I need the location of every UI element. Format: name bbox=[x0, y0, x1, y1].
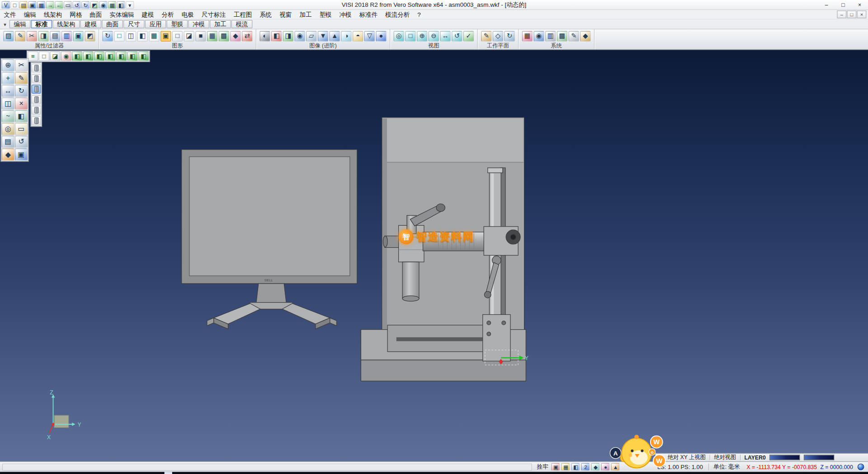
document-minimize-button[interactable]: – bbox=[837, 10, 846, 18]
tab-edit[interactable]: 编辑 bbox=[9, 20, 31, 28]
pan-view-icon[interactable]: ↔ bbox=[440, 31, 450, 41]
export-icon[interactable]: ← bbox=[55, 1, 63, 9]
view-top-icon[interactable]: ◧ bbox=[83, 52, 94, 61]
curve-icon[interactable]: ~ bbox=[2, 110, 14, 123]
filter-cut-icon[interactable]: ✂ bbox=[27, 31, 37, 41]
menu-system[interactable]: 系统 bbox=[256, 10, 276, 19]
status-assembly-icon[interactable]: ▲ bbox=[611, 463, 619, 471]
filter-layer-icon[interactable]: ▤ bbox=[50, 31, 60, 41]
filter-slot-4[interactable] bbox=[32, 95, 41, 104]
view-origin-icon[interactable]: ◉ bbox=[61, 52, 71, 61]
print-icon[interactable]: ▭ bbox=[64, 1, 72, 9]
tab-dimension[interactable]: 尺寸 bbox=[123, 20, 145, 28]
viewport-2-icon[interactable]: ◫ bbox=[126, 31, 136, 41]
annotation-pencil-icon[interactable]: ✎ bbox=[569, 31, 579, 41]
filter-slot-3[interactable] bbox=[32, 85, 41, 94]
fixture-model[interactable] bbox=[361, 118, 526, 381]
menu-standard-parts[interactable]: 标准件 bbox=[355, 10, 382, 19]
new-document-icon[interactable]: □ bbox=[10, 1, 19, 9]
attribute-edit-icon[interactable]: ▣ bbox=[73, 31, 84, 41]
delete-element-icon[interactable]: × bbox=[15, 98, 28, 110]
translate-icon[interactable]: ↔ bbox=[2, 85, 14, 97]
grid-edit-icon[interactable]: ▩ bbox=[219, 31, 229, 41]
render-green-icon[interactable]: ◨ bbox=[283, 31, 293, 41]
snap-point-icon[interactable]: + bbox=[2, 72, 14, 84]
tab-surface[interactable]: 曲面 bbox=[102, 20, 123, 28]
qat-more-icon[interactable]: ▾ bbox=[126, 1, 134, 9]
save-model-icon[interactable]: ▣ bbox=[15, 148, 28, 161]
filter-slot-5[interactable] bbox=[32, 106, 41, 115]
stereo-glasses-icon[interactable]: ◐ bbox=[259, 31, 270, 41]
status-material-icon[interactable]: ● bbox=[601, 463, 609, 471]
hidden-line-icon[interactable]: ◪ bbox=[184, 31, 194, 41]
attribute-color-icon[interactable]: ▨ bbox=[3, 31, 14, 41]
swap-view-icon[interactable]: ⇄ bbox=[242, 31, 252, 41]
menu-electrode[interactable]: 电极 bbox=[178, 10, 198, 19]
minimize-button[interactable]: – bbox=[818, 0, 835, 9]
viewport-1-icon[interactable]: □ bbox=[114, 31, 124, 41]
pin-label[interactable]: 拴牢 bbox=[537, 463, 548, 471]
menu-dimension[interactable]: 尺寸标注 bbox=[198, 10, 230, 19]
color-table-icon[interactable]: ▦ bbox=[522, 31, 533, 41]
view-confirm-icon[interactable]: ✓ bbox=[463, 31, 474, 41]
document-restore-button[interactable]: □ bbox=[847, 10, 856, 18]
menu-edit[interactable]: 编辑 bbox=[20, 10, 40, 19]
close-button[interactable]: × bbox=[851, 0, 868, 9]
save-all-icon[interactable]: ▦ bbox=[37, 1, 45, 9]
filter-type-icon[interactable]: ▥ bbox=[61, 31, 72, 41]
attribute-pen-icon[interactable]: ✎ bbox=[15, 31, 25, 41]
hide-elements-icon[interactable]: ▼ bbox=[318, 31, 328, 41]
status-profile-icon[interactable]: ◆ bbox=[591, 463, 599, 471]
ink-drop-icon[interactable]: ● bbox=[376, 31, 386, 41]
tab-moldflow[interactable]: 模流 bbox=[231, 20, 253, 28]
previous-view-icon[interactable]: ↺ bbox=[452, 31, 462, 41]
undo-small-icon[interactable]: ↺ bbox=[15, 136, 28, 148]
selection-icon[interactable]: ◩ bbox=[90, 1, 99, 9]
tab-wireframe[interactable]: 线架构 bbox=[52, 20, 80, 28]
menu-file[interactable]: 文件 bbox=[0, 10, 20, 19]
search-icon[interactable] bbox=[659, 455, 664, 460]
maximize-button[interactable]: □ bbox=[835, 0, 852, 9]
section-plane-icon[interactable]: ▱ bbox=[306, 31, 316, 41]
tab-application[interactable]: 应用 bbox=[145, 20, 166, 28]
filter-slot-6[interactable] bbox=[32, 116, 41, 125]
menu-solid-edit[interactable]: 实体编辑 bbox=[106, 10, 138, 19]
taskbar-active-app-indicator[interactable] bbox=[165, 472, 172, 474]
view-right-icon[interactable]: ◧ bbox=[105, 52, 116, 61]
axes-toggle-icon[interactable]: ◆ bbox=[230, 31, 241, 41]
macro-icon[interactable]: ◆ bbox=[580, 31, 590, 41]
display-filter-icon[interactable]: ▽ bbox=[364, 31, 375, 41]
zoom-all-icon[interactable]: ◎ bbox=[394, 31, 404, 41]
world-sphere-icon[interactable]: ◉ bbox=[533, 31, 544, 41]
tab-dropdown-icon[interactable]: ▾ bbox=[1, 21, 9, 27]
menu-wireframe[interactable]: 线架构 bbox=[40, 10, 66, 19]
open-folder-icon[interactable]: ▤ bbox=[19, 1, 28, 9]
monitor-model[interactable]: DELL bbox=[182, 150, 357, 329]
import-icon[interactable]: → bbox=[46, 1, 54, 9]
view-orientation-label[interactable]: 绝对 XY 上视图 bbox=[668, 454, 706, 461]
menu-machining[interactable]: 加工 bbox=[296, 10, 316, 19]
tab-mold-film[interactable]: 塑膜 bbox=[167, 20, 188, 28]
calculator-icon[interactable]: ▥ bbox=[545, 31, 556, 41]
filter-slot-1[interactable] bbox=[32, 64, 41, 73]
3d-model[interactable]: DELL Y bbox=[0, 50, 868, 461]
view-isometric-icon[interactable]: ◧ bbox=[72, 52, 82, 61]
view-front-icon[interactable]: ◧ bbox=[94, 52, 104, 61]
workplane-create-icon[interactable]: ✎ bbox=[481, 31, 491, 41]
menu-surface[interactable]: 曲面 bbox=[86, 10, 106, 19]
zoom-select-icon[interactable]: ⊕ bbox=[2, 59, 14, 71]
system-options-icon[interactable]: ▩ bbox=[557, 31, 567, 41]
app-logo-icon[interactable]: V bbox=[2, 1, 10, 9]
transparency-icon[interactable]: ◑ bbox=[341, 31, 351, 41]
render-red-icon[interactable]: ◧ bbox=[271, 31, 282, 41]
tab-standard[interactable]: 标准 bbox=[31, 20, 52, 28]
shading-toggle-icon[interactable]: ▣ bbox=[160, 31, 171, 41]
workplane-reset-icon[interactable]: ↻ bbox=[505, 31, 515, 41]
redo-icon[interactable]: ↻ bbox=[81, 1, 90, 9]
status-snap-count-icon[interactable]: 2 bbox=[581, 463, 590, 471]
filter-settings-icon[interactable]: ◩ bbox=[85, 31, 95, 41]
menu-mesh[interactable]: 网格 bbox=[66, 10, 86, 19]
workplane-align-icon[interactable]: ◇ bbox=[493, 31, 503, 41]
menu-die[interactable]: 冲模 bbox=[335, 10, 355, 19]
view-mode-label[interactable]: 绝对视图 bbox=[714, 454, 736, 461]
